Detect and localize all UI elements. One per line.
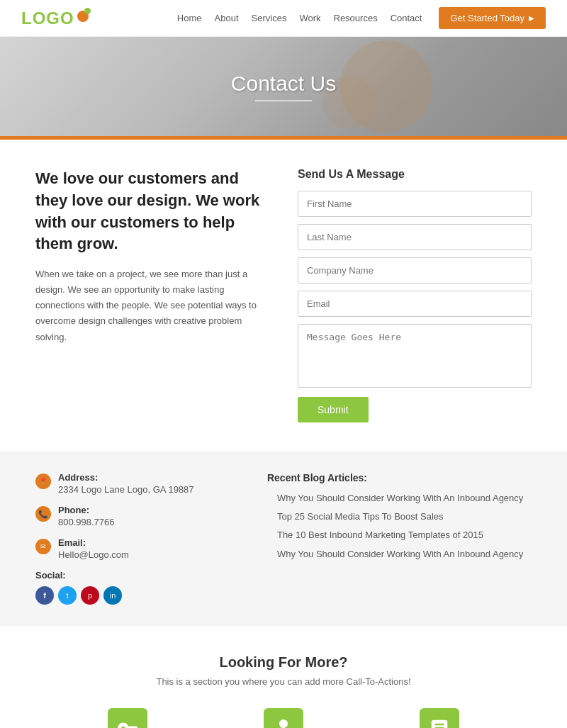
left-paragraph: When we take on a project, we see more t… bbox=[35, 267, 269, 345]
message-field bbox=[298, 324, 532, 390]
blog-item-2[interactable]: Top 25 Social Media Tips To Boost Sales bbox=[267, 510, 532, 523]
blog-block: Recent Blog Articles: Why You Should Con… bbox=[267, 472, 532, 605]
cta-subtitle: This is a section you where you can add … bbox=[35, 676, 532, 687]
linkedin-icon[interactable]: in bbox=[103, 586, 122, 605]
form-title: Send Us A Message bbox=[298, 168, 532, 181]
pin-icon: 📍 bbox=[35, 474, 51, 489]
address-value: 2334 Logo Lane Logo, GA 19887 bbox=[58, 484, 194, 495]
logo-text: LOGO bbox=[21, 9, 74, 28]
icon-item-1: When we take on a project, we see more t… bbox=[78, 708, 177, 728]
logo-icon bbox=[77, 11, 93, 26]
blog-title: Recent Blog Articles: bbox=[267, 472, 532, 483]
nav-contact[interactable]: Contact bbox=[391, 13, 422, 23]
nav-work[interactable]: Work bbox=[299, 13, 320, 23]
contact-info-block: 📍 Address: 2334 Logo Lane Logo, GA 19887… bbox=[35, 472, 239, 605]
last-name-field bbox=[298, 224, 532, 250]
address-text: Address: 2334 Logo Lane Logo, GA 19887 bbox=[58, 472, 194, 495]
email-item: ✉ Email: Hello@Logo.com bbox=[35, 537, 239, 560]
hero-title-block: Contact Us bbox=[231, 72, 336, 101]
icon-item-2: When we take on a project, we see more t… bbox=[234, 708, 333, 728]
nav-home[interactable]: Home bbox=[177, 13, 202, 23]
first-name-input[interactable] bbox=[298, 191, 532, 217]
phone-text: Phone: 800.998.7766 bbox=[58, 505, 115, 527]
blog-item-1[interactable]: Why You Should Consider Working With An … bbox=[267, 492, 532, 505]
facebook-icon[interactable]: f bbox=[35, 586, 54, 605]
email-text: Email: Hello@Logo.com bbox=[58, 537, 129, 560]
social-label: Social: bbox=[35, 570, 239, 581]
phone-icon: 📞 bbox=[35, 506, 51, 522]
cta-section: Looking For More? This is a section you … bbox=[0, 626, 567, 728]
email-field bbox=[298, 291, 532, 317]
person-icon bbox=[273, 717, 294, 728]
company-input[interactable] bbox=[298, 257, 532, 284]
last-name-input[interactable] bbox=[298, 224, 532, 250]
get-started-button[interactable]: Get Started Today ▶ bbox=[439, 7, 546, 29]
logo: LOGO bbox=[21, 9, 93, 28]
header-right: Home About Services Work Resources Conta… bbox=[177, 7, 546, 29]
address-label: Address: bbox=[58, 472, 194, 483]
header: LOGO Home About Services Work Resources … bbox=[0, 0, 567, 37]
email-value: Hello@Logo.com bbox=[58, 549, 129, 560]
social-icons-row: f t p in bbox=[35, 586, 239, 605]
chart-icon-box bbox=[420, 708, 459, 728]
pinterest-icon[interactable]: p bbox=[81, 586, 99, 605]
blog-item-4[interactable]: Why You Should Consider Working With An … bbox=[267, 548, 532, 561]
nav-services[interactable]: Services bbox=[252, 13, 287, 23]
social-block: Social: f t p in bbox=[35, 570, 239, 605]
chart-icon bbox=[429, 717, 450, 728]
hero-banner: Contact Us bbox=[0, 37, 567, 136]
hero-underline bbox=[255, 100, 312, 101]
phone-value: 800.998.7766 bbox=[58, 517, 115, 527]
info-section: 📍 Address: 2334 Logo Lane Logo, GA 19887… bbox=[0, 451, 567, 626]
key-icon-box bbox=[108, 708, 147, 728]
person-icon-box bbox=[264, 708, 303, 728]
submit-button[interactable]: Submit bbox=[298, 397, 369, 422]
icons-row: When we take on a project, we see more t… bbox=[35, 708, 532, 728]
phone-label: Phone: bbox=[58, 505, 115, 515]
left-heading: We love our customers and they love our … bbox=[35, 168, 269, 255]
twitter-icon[interactable]: t bbox=[58, 586, 77, 605]
blog-item-3[interactable]: The 10 Best Inbound Marketing Templates … bbox=[267, 529, 532, 542]
key-icon bbox=[117, 717, 138, 728]
get-started-label: Get Started Today bbox=[450, 13, 524, 23]
address-item: 📍 Address: 2334 Logo Lane Logo, GA 19887 bbox=[35, 472, 239, 495]
left-content: We love our customers and they love our … bbox=[35, 168, 269, 422]
email-input[interactable] bbox=[298, 291, 532, 317]
nav-about[interactable]: About bbox=[215, 13, 239, 23]
icon-item-3: When we take on a project, we see more t… bbox=[390, 708, 489, 728]
cta-title: Looking For More? bbox=[35, 654, 532, 671]
arrow-right-icon: ▶ bbox=[529, 14, 534, 22]
company-field bbox=[298, 257, 532, 284]
main-nav: Home About Services Work Resources Conta… bbox=[177, 13, 422, 23]
nav-resources[interactable]: Resources bbox=[334, 13, 378, 23]
message-input[interactable] bbox=[298, 324, 532, 388]
hero-title: Contact Us bbox=[231, 72, 336, 96]
first-name-field bbox=[298, 191, 532, 217]
contact-form: Send Us A Message Submit bbox=[298, 168, 532, 422]
email-icon: ✉ bbox=[35, 539, 51, 554]
email-label: Email: bbox=[58, 537, 129, 548]
phone-item: 📞 Phone: 800.998.7766 bbox=[35, 505, 239, 527]
main-content: We love our customers and they love our … bbox=[0, 140, 567, 451]
